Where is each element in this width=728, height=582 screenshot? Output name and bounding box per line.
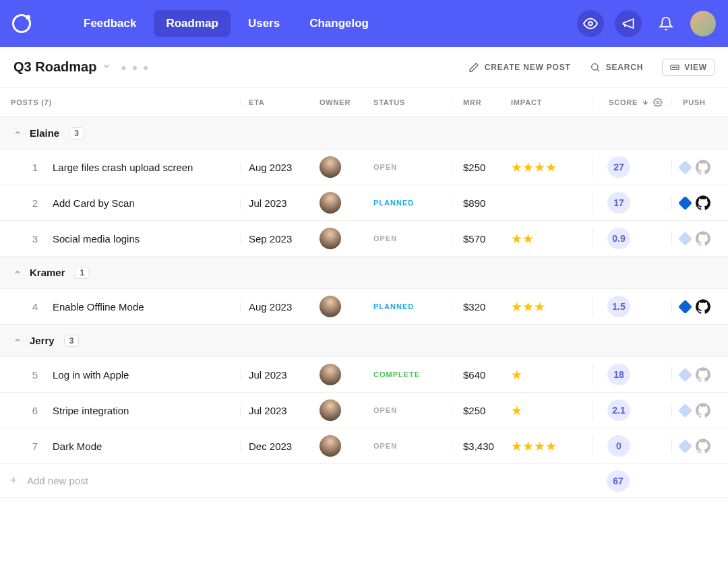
col-posts[interactable]: POSTS (7) bbox=[0, 98, 240, 106]
nav-link-feedback[interactable]: Feedback bbox=[71, 10, 148, 37]
chevron-up-icon[interactable] bbox=[13, 127, 20, 139]
view-button[interactable]: VIEW bbox=[662, 59, 715, 76]
score-badge: 27 bbox=[607, 156, 630, 178]
owner-avatar[interactable] bbox=[320, 399, 341, 421]
col-status[interactable]: STATUS bbox=[373, 98, 452, 106]
table-row[interactable]: 4 Enable Offline Mode Aug 2023 PLANNED $… bbox=[0, 289, 728, 325]
row-owner bbox=[320, 228, 373, 249]
github-icon[interactable] bbox=[696, 299, 710, 314]
nav-link-changelog[interactable]: Changelog bbox=[297, 10, 381, 37]
owner-avatar[interactable] bbox=[320, 192, 341, 214]
create-post-button[interactable]: CREATE NEW POST bbox=[468, 62, 571, 73]
owner-avatar[interactable] bbox=[320, 296, 341, 317]
row-eta: Aug 2023 bbox=[240, 301, 320, 313]
user-avatar[interactable] bbox=[690, 11, 716, 36]
row-mrr: $250 bbox=[452, 405, 511, 416]
row-eta: Dec 2023 bbox=[240, 441, 320, 452]
search-button[interactable]: SEARCH bbox=[590, 62, 643, 73]
group-header[interactable]: Kramer1 bbox=[0, 257, 728, 289]
row-title: Enable Offline Mode bbox=[38, 301, 240, 313]
owner-avatar[interactable] bbox=[320, 228, 341, 249]
svg-point-6 bbox=[676, 67, 677, 67]
score-total: 67 bbox=[607, 470, 630, 492]
github-icon[interactable] bbox=[696, 195, 710, 210]
megaphone-icon[interactable] bbox=[615, 10, 642, 37]
table-row[interactable]: 7 Dark Mode Dec 2023 OPEN $3,430 ★★★★ 0 bbox=[0, 428, 728, 464]
svg-point-8 bbox=[657, 101, 659, 104]
github-icon[interactable] bbox=[696, 439, 710, 453]
row-score: 0 bbox=[592, 435, 671, 457]
row-score: 2.1 bbox=[592, 399, 671, 421]
row-score: 18 bbox=[592, 364, 671, 385]
chevron-up-icon[interactable] bbox=[13, 335, 20, 346]
eye-icon[interactable] bbox=[577, 10, 604, 37]
row-impact: ★ bbox=[511, 403, 592, 418]
row-eta: Jul 2023 bbox=[240, 405, 320, 416]
jira-icon[interactable] bbox=[678, 299, 692, 313]
row-eta: Jul 2023 bbox=[240, 197, 320, 209]
table-row[interactable]: 2 Add Card by Scan Jul 2023 PLANNED $890… bbox=[0, 185, 728, 221]
jira-icon[interactable] bbox=[678, 231, 692, 245]
github-icon[interactable] bbox=[696, 403, 710, 418]
github-icon[interactable] bbox=[696, 231, 710, 246]
table-row[interactable]: 6 Stripe integration Jul 2023 OPEN $250 … bbox=[0, 393, 728, 428]
table-row[interactable]: 1 Large files crash upload screen Aug 20… bbox=[0, 150, 728, 185]
github-icon[interactable] bbox=[696, 367, 710, 382]
col-mrr[interactable]: MRR bbox=[452, 98, 511, 106]
row-mrr: $890 bbox=[452, 197, 511, 209]
nav-link-users[interactable]: Users bbox=[236, 10, 292, 37]
row-score: 17 bbox=[592, 192, 671, 214]
row-mrr: $250 bbox=[452, 162, 511, 173]
row-push bbox=[671, 439, 728, 453]
row-title: Log in with Apple bbox=[38, 369, 240, 381]
chevron-up-icon[interactable] bbox=[13, 267, 20, 278]
row-push bbox=[671, 195, 728, 210]
owner-avatar[interactable] bbox=[320, 156, 341, 178]
row-status: OPEN bbox=[373, 163, 452, 171]
logo-icon[interactable] bbox=[12, 14, 31, 33]
row-push bbox=[671, 367, 728, 382]
svg-line-2 bbox=[597, 69, 599, 71]
group-header[interactable]: Elaine3 bbox=[0, 117, 728, 150]
more-icon[interactable]: ● ● ● bbox=[121, 62, 150, 73]
row-push bbox=[671, 160, 728, 174]
github-icon[interactable] bbox=[696, 160, 710, 174]
title-chevron-down-icon[interactable] bbox=[102, 61, 111, 73]
jira-icon[interactable] bbox=[678, 439, 692, 453]
owner-avatar[interactable] bbox=[320, 435, 341, 457]
col-push[interactable]: PUSH bbox=[671, 98, 728, 106]
row-impact: ★★★★ bbox=[511, 160, 592, 175]
col-impact[interactable]: IMPACT bbox=[511, 98, 592, 106]
group-name: Elaine bbox=[30, 127, 59, 139]
jira-icon[interactable] bbox=[678, 367, 692, 381]
gear-icon[interactable] bbox=[653, 98, 663, 107]
add-post-row[interactable]: + Add new post 67 bbox=[0, 464, 728, 498]
plus-icon: + bbox=[0, 474, 27, 488]
table-row[interactable]: 5 Log in with Apple Jul 2023 COMPLETE $6… bbox=[0, 357, 728, 393]
group-count-badge: 3 bbox=[69, 127, 84, 139]
table-row[interactable]: 3 Social media logins Sep 2023 OPEN $570… bbox=[0, 221, 728, 257]
row-eta: Aug 2023 bbox=[240, 162, 320, 173]
jira-icon[interactable] bbox=[678, 403, 692, 417]
row-title: Add Card by Scan bbox=[38, 197, 240, 209]
col-score[interactable]: SCORE bbox=[592, 98, 671, 107]
bell-icon[interactable] bbox=[653, 10, 679, 37]
nav-link-roadmap[interactable]: Roadmap bbox=[154, 10, 230, 37]
row-status: OPEN bbox=[373, 406, 452, 414]
col-eta[interactable]: ETA bbox=[240, 98, 320, 106]
score-badge: 2.1 bbox=[607, 399, 630, 421]
row-impact: ★★★★ bbox=[511, 439, 592, 454]
row-index: 2 bbox=[0, 197, 38, 209]
owner-avatar[interactable] bbox=[320, 364, 341, 385]
jira-icon[interactable] bbox=[678, 160, 692, 174]
row-owner bbox=[320, 435, 373, 457]
roadmap-table: Elaine3 1 Large files crash upload scree… bbox=[0, 117, 728, 464]
col-owner[interactable]: OWNER bbox=[320, 98, 373, 106]
row-owner bbox=[320, 192, 373, 214]
jira-icon[interactable] bbox=[678, 195, 692, 209]
score-badge: 1.5 bbox=[607, 296, 630, 317]
row-index: 4 bbox=[0, 301, 38, 313]
row-score: 0.9 bbox=[592, 228, 671, 249]
group-header[interactable]: Jerry3 bbox=[0, 325, 728, 357]
row-status: OPEN bbox=[373, 442, 452, 450]
